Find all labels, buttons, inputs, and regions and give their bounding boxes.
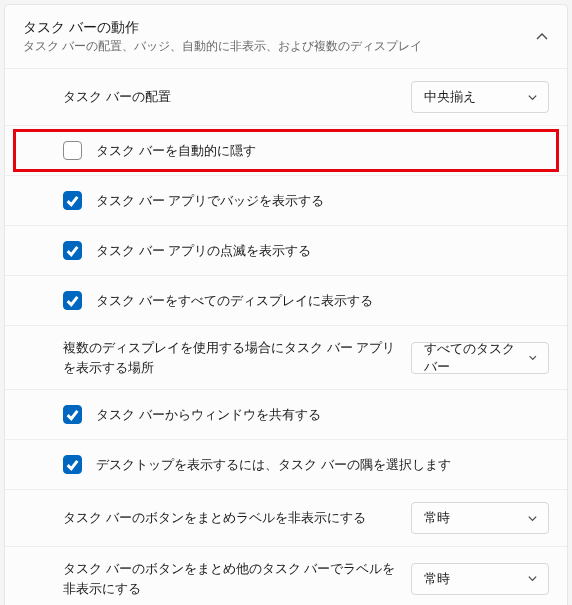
checkbox-all-displays[interactable] [63, 291, 82, 310]
label-share-window: タスク バーからウィンドウを共有する [96, 405, 549, 425]
chevron-down-icon [527, 92, 538, 103]
row-show-flashing: タスク バー アプリの点滅を表示する [5, 225, 567, 275]
checkbox-show-desktop[interactable] [63, 455, 82, 474]
header-titles: タスク バーの動作 タスク バーの配置、バッジ、自動的に非表示、および複数のディ… [23, 19, 535, 54]
select-alignment[interactable]: 中央揃え [411, 81, 549, 113]
row-show-badges: タスク バー アプリでバッジを表示する [5, 175, 567, 225]
label-all-displays: タスク バーをすべてのディスプレイに表示する [96, 291, 549, 311]
row-show-desktop: デスクトップを表示するには、タスク バーの隅を選択します [5, 439, 567, 489]
label-show-desktop: デスクトップを表示するには、タスク バーの隅を選択します [96, 455, 549, 475]
row-taskbar-alignment: タスク バーの配置 中央揃え [5, 68, 567, 125]
checkbox-share-window[interactable] [63, 405, 82, 424]
chevron-down-icon [528, 352, 538, 363]
select-multi-display[interactable]: すべてのタスク バー [411, 342, 549, 374]
label-combine-other: タスク バーのボタンをまとめ他のタスク バーでラベルを非表示にする [63, 559, 411, 598]
row-multi-display-apps: 複数のディスプレイを使用する場合にタスク バー アプリを表示する場所 すべてのタ… [5, 325, 567, 389]
row-combine-buttons-other: タスク バーのボタンをまとめ他のタスク バーでラベルを非表示にする 常時 [5, 546, 567, 605]
label-show-badges: タスク バー アプリでバッジを表示する [96, 191, 549, 211]
label-combine-main: タスク バーのボタンをまとめラベルを非表示にする [63, 508, 411, 528]
chevron-down-icon [527, 513, 538, 524]
label-auto-hide: タスク バーを自動的に隠す [96, 141, 549, 161]
row-auto-hide: タスク バーを自動的に隠す [5, 125, 567, 175]
section-header[interactable]: タスク バーの動作 タスク バーの配置、バッジ、自動的に非表示、および複数のディ… [5, 5, 567, 68]
label-alignment: タスク バーの配置 [63, 87, 411, 107]
checkbox-show-flashing[interactable] [63, 241, 82, 260]
select-combine-other[interactable]: 常時 [411, 563, 549, 595]
select-multi-display-value: すべてのタスク バー [424, 340, 528, 376]
row-all-displays: タスク バーをすべてのディスプレイに表示する [5, 275, 567, 325]
section-title: タスク バーの動作 [23, 19, 535, 37]
chevron-up-icon [535, 30, 549, 44]
chevron-down-icon [527, 573, 538, 584]
row-combine-buttons-main: タスク バーのボタンをまとめラベルを非表示にする 常時 [5, 489, 567, 546]
settings-rows: タスク バーの配置 中央揃え タスク バーを自動的に隠す タスク バー アプリで… [5, 68, 567, 605]
select-combine-main[interactable]: 常時 [411, 502, 549, 534]
label-show-flashing: タスク バー アプリの点滅を表示する [96, 241, 549, 261]
checkbox-auto-hide[interactable] [63, 141, 82, 160]
checkbox-show-badges[interactable] [63, 191, 82, 210]
label-multi-display: 複数のディスプレイを使用する場合にタスク バー アプリを表示する場所 [63, 338, 411, 377]
row-share-window: タスク バーからウィンドウを共有する [5, 389, 567, 439]
select-alignment-value: 中央揃え [424, 88, 476, 106]
select-combine-main-value: 常時 [424, 509, 450, 527]
section-subtitle: タスク バーの配置、バッジ、自動的に非表示、および複数のディスプレイ [23, 39, 535, 54]
taskbar-behaviors-panel: タスク バーの動作 タスク バーの配置、バッジ、自動的に非表示、および複数のディ… [4, 4, 568, 605]
select-combine-other-value: 常時 [424, 570, 450, 588]
